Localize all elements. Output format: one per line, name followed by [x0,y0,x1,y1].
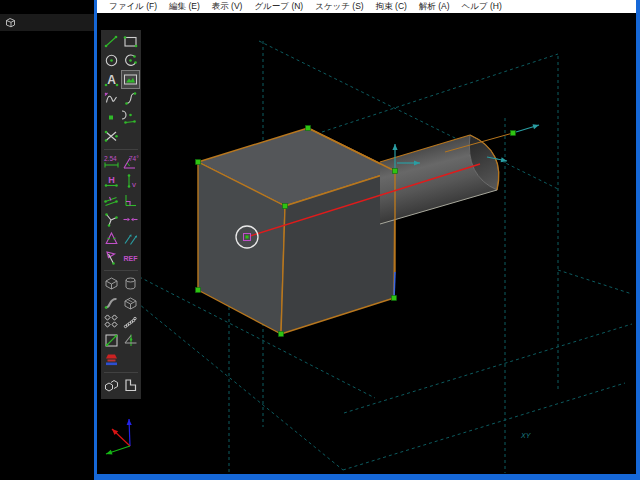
feature-press-icon [103,351,120,368]
axis-arrow-2-head [501,157,507,162]
solid-shell-button[interactable] [121,293,140,312]
cad-application-window: ファイル (F)編集 (E)表示 (V)グループ (N)スケッチ (S)拘束 (… [94,0,640,480]
svg-text:H: H [108,175,115,185]
boolean-union-button[interactable] [102,376,121,395]
vertex-marker[interactable] [393,169,398,174]
constraint-parallel-button[interactable] [102,191,121,210]
sketch-point-button[interactable] [102,108,121,127]
construction-plane-line [322,54,558,132]
sketch-trim-button[interactable] [102,127,121,146]
constraint-dimension-button[interactable]: 2.54 [102,153,121,172]
sketch-circle-point-button[interactable] [121,108,140,127]
viewport-3d[interactable]: XY A2.5474°HvREF [97,13,636,474]
constraint-equal-icon [103,230,120,247]
feature-press-button[interactable] [102,350,121,369]
sketch-trim-icon [103,128,120,145]
sketch-polyline-icon [103,90,120,107]
solid-extrude-button[interactable] [102,274,121,293]
constraint-tangent-button[interactable] [102,210,121,229]
vertex-marker[interactable] [306,126,311,131]
constraint-horizontal-icon: H [103,173,120,190]
pattern-rectangular-button[interactable] [102,312,121,331]
constraint-coincident-button[interactable] [121,210,140,229]
svg-text:REF: REF [124,255,139,262]
constraint-fix-icon [103,249,120,266]
feature-mirror-button[interactable] [102,331,121,350]
constraint-coincident-icon [122,211,139,228]
tree-item-part[interactable] [0,14,94,31]
model-tree-panel [0,0,94,480]
solid-sweep-button[interactable] [102,293,121,312]
menu-item-6[interactable]: 解析 (A) [413,0,456,13]
cube-edge-selected[interactable] [394,272,395,298]
sketch-text-button[interactable]: A [102,70,121,89]
constraint-reference-button[interactable]: REF [121,248,140,267]
triad-y-axis-head [106,450,113,455]
sketch-image-button[interactable] [121,70,140,89]
boolean-block-button[interactable] [121,376,140,395]
sketch-arc-icon [122,52,139,69]
solid-cylinder-button[interactable] [121,274,140,293]
feature-mirror-icon [103,332,120,349]
constraint-angle-button[interactable]: 74° [121,153,140,172]
constraint-dimension-icon: 2.54 [103,154,120,171]
solid-sweep-icon [103,294,120,311]
constraint-reference-icon: REF [122,249,139,266]
solid-cylinder-icon [122,275,139,292]
menu-item-0[interactable]: ファイル (F) [103,0,163,13]
constraint-parallel-lines-icon [122,230,139,247]
constraint-vertical-button[interactable]: v [121,172,140,191]
sketch-spline-button[interactable] [121,89,140,108]
svg-text:v: v [132,180,136,189]
vertex-marker[interactable] [196,160,201,165]
sketch-circle-button[interactable] [102,51,121,70]
constraint-equal-button[interactable] [102,229,121,248]
sketch-rectangle-icon [122,33,139,50]
vertex-marker[interactable] [196,288,201,293]
sketch-spline-icon [122,90,139,107]
feature-axis-button[interactable] [121,331,140,350]
sketch-point-icon [103,109,120,126]
vertex-marker[interactable] [511,131,516,136]
constraint-fix-button[interactable] [102,248,121,267]
vertex-marker[interactable] [279,332,284,337]
construction-plane-line [343,383,625,470]
solid-extrude-icon [103,275,120,292]
menu-item-3[interactable]: グループ (N) [248,0,309,13]
sketch-arc-button[interactable] [121,51,140,70]
boolean-block-icon [122,377,139,394]
triad-z-axis-head [127,419,132,425]
sketch-line-button[interactable] [102,32,121,51]
boolean-union-icon [103,377,120,394]
sketch-rectangle-button[interactable] [121,32,140,51]
svg-text:74°: 74° [129,155,139,162]
plane-label: XY [520,432,532,439]
toolbar-separator [104,270,138,271]
menu-item-4[interactable]: スケッチ (S) [309,0,370,13]
sketch-circle-icon [103,52,120,69]
solid-shell-icon [122,294,139,311]
axis-arrow-3-head [533,124,539,129]
vertex-marker[interactable] [283,204,288,209]
constraint-perpendicular-icon [122,192,139,209]
menu-item-2[interactable]: 表示 (V) [206,0,249,13]
constraint-horizontal-button[interactable]: H [102,172,121,191]
pattern-circular-button[interactable] [121,312,140,331]
pattern-rectangular-icon [103,313,120,330]
sketch-image-icon [122,71,139,88]
sketch-line-icon [103,33,120,50]
menu-item-1[interactable]: 編集 (E) [163,0,206,13]
constraint-angle-icon: 74° [122,154,139,171]
menu-item-7[interactable]: ヘルプ (H) [456,0,508,13]
constraint-vertical-icon: v [122,173,139,190]
menu-item-5[interactable]: 拘束 (C) [370,0,413,13]
feature-axis-icon [122,332,139,349]
constraint-parallel-lines-button[interactable] [121,229,140,248]
sketch-polyline-button[interactable] [102,89,121,108]
vertex-marker[interactable] [392,296,397,301]
sketch-toolbar: A2.5474°HvREF [101,30,141,399]
svg-text:2.54: 2.54 [104,155,117,162]
viewport-canvas[interactable]: XY [97,13,636,474]
sketch-center-point[interactable] [246,236,249,239]
constraint-perpendicular-button[interactable] [121,191,140,210]
